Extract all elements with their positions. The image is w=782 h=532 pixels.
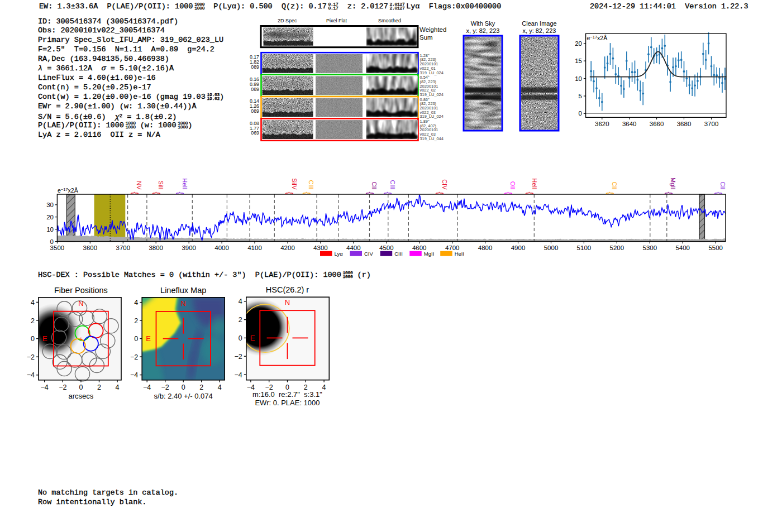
svg-text:{: { xyxy=(504,191,513,194)
svg-text:−2: −2 xyxy=(235,353,242,361)
svg-text:{: { xyxy=(665,191,674,194)
svg-text:HSC(26.2) r: HSC(26.2) r xyxy=(266,285,309,294)
svg-text:−4: −4 xyxy=(41,384,49,391)
svg-text:3900: 3900 xyxy=(182,245,196,251)
svg-text:3700: 3700 xyxy=(704,121,719,127)
svg-text:4: 4 xyxy=(134,299,138,306)
svg-text:{: { xyxy=(366,191,375,194)
svg-text:4400: 4400 xyxy=(346,245,361,251)
svg-text:20: 20 xyxy=(46,214,54,221)
svg-text:5300: 5300 xyxy=(643,245,657,251)
svg-text:4: 4 xyxy=(31,299,35,306)
svg-text:NV: NV xyxy=(136,181,142,190)
svg-text:3660: 3660 xyxy=(650,121,664,127)
svg-text:2: 2 xyxy=(134,317,138,325)
svg-text:HeII: HeII xyxy=(182,178,188,189)
svg-text:{: { xyxy=(714,191,723,194)
svg-text:−2: −2 xyxy=(27,353,35,361)
svg-text:−2: −2 xyxy=(130,353,138,361)
svg-text:{: { xyxy=(176,191,185,194)
svg-text:SiIV: SiIV xyxy=(291,178,298,190)
svg-text:4500: 4500 xyxy=(379,245,394,251)
svg-text:4: 4 xyxy=(322,384,326,391)
svg-text:10: 10 xyxy=(46,226,54,233)
svg-text:CII: CII xyxy=(719,181,726,189)
svg-text:HeII: HeII xyxy=(455,251,464,257)
svg-text:Lineflux Map: Lineflux Map xyxy=(160,286,206,295)
svg-text:SiII: SiII xyxy=(158,181,164,190)
svg-text:{: { xyxy=(606,191,615,194)
svg-text:CIV: CIV xyxy=(441,179,448,190)
svg-text:2: 2 xyxy=(97,384,101,391)
svg-text:2: 2 xyxy=(199,384,203,391)
svg-text:0: 0 xyxy=(579,110,582,117)
svg-text:3600: 3600 xyxy=(83,245,98,251)
svg-text:4: 4 xyxy=(218,384,222,391)
svg-text:3700: 3700 xyxy=(116,245,131,251)
svg-text:0: 0 xyxy=(50,238,54,245)
svg-text:0: 0 xyxy=(239,334,242,342)
svg-text:4000: 4000 xyxy=(214,245,229,251)
svg-text:{: { xyxy=(436,191,445,194)
svg-text:4200: 4200 xyxy=(280,245,295,251)
svg-text:30: 30 xyxy=(46,202,54,208)
svg-text:{: { xyxy=(384,191,393,194)
svg-text:m:16.0 re:2.7" s:3.1": m:16.0 re:2.7" s:3.1" xyxy=(252,390,322,399)
svg-text:{: { xyxy=(152,191,161,194)
svg-text:MgII: MgII xyxy=(670,178,676,189)
svg-text:5000: 5000 xyxy=(544,245,559,251)
svg-text:−4: −4 xyxy=(143,384,151,391)
svg-text:N: N xyxy=(181,299,186,308)
svg-text:CIV: CIV xyxy=(364,251,374,257)
svg-text:3500: 3500 xyxy=(50,245,65,251)
svg-text:e−17x2Å: e−17x2Å xyxy=(587,35,608,42)
svg-text:−2: −2 xyxy=(59,384,66,391)
svg-text:4: 4 xyxy=(239,298,242,305)
svg-text:0: 0 xyxy=(134,335,138,343)
svg-text:4900: 4900 xyxy=(511,245,526,251)
svg-text:3620: 3620 xyxy=(595,121,609,127)
svg-text:CII: CII xyxy=(611,181,618,189)
svg-text:3680: 3680 xyxy=(677,121,692,127)
svg-text:N: N xyxy=(285,298,290,306)
svg-text:10: 10 xyxy=(575,75,582,82)
svg-text:4100: 4100 xyxy=(247,245,262,251)
svg-text:E: E xyxy=(42,334,47,343)
svg-text:5500: 5500 xyxy=(708,245,723,251)
svg-text:OII: OII xyxy=(509,181,516,190)
svg-text:−4: −4 xyxy=(130,371,138,379)
svg-text:N: N xyxy=(78,299,83,308)
svg-text:−4: −4 xyxy=(27,371,35,379)
svg-text:15: 15 xyxy=(575,57,582,64)
svg-text:CIII: CIII xyxy=(308,180,314,189)
svg-text:s/b: 2.40 +/- 0.074: s/b: 2.40 +/- 0.074 xyxy=(154,392,213,400)
svg-text:+: + xyxy=(79,336,83,342)
svg-text:4700: 4700 xyxy=(445,245,460,251)
svg-text:CII: CII xyxy=(371,181,378,189)
svg-text:20: 20 xyxy=(575,40,582,47)
svg-text:4600: 4600 xyxy=(412,245,427,251)
svg-text:CIII: CIII xyxy=(394,251,403,257)
svg-text:{: { xyxy=(526,191,535,194)
svg-text:4: 4 xyxy=(116,384,120,391)
svg-text:3640: 3640 xyxy=(622,121,637,127)
svg-text:Lyα: Lyα xyxy=(335,251,344,257)
svg-text:4300: 4300 xyxy=(313,245,328,251)
svg-text:0: 0 xyxy=(31,335,35,343)
svg-text:{: { xyxy=(303,191,312,194)
svg-text:MgII: MgII xyxy=(424,251,434,257)
svg-text:EWr: 0. PLAE: 1000: EWr: 0. PLAE: 1000 xyxy=(255,399,320,407)
svg-text:4800: 4800 xyxy=(478,245,493,251)
svg-text:−2: −2 xyxy=(161,384,169,391)
svg-text:E: E xyxy=(146,334,151,343)
svg-text:2: 2 xyxy=(31,317,35,325)
svg-text:arcsecs: arcsecs xyxy=(69,392,94,400)
svg-text:CIII: CIII xyxy=(389,180,396,189)
svg-text:Fiber Positions: Fiber Positions xyxy=(54,286,108,295)
svg-text:{: { xyxy=(285,191,294,194)
svg-text:−4: −4 xyxy=(235,371,242,379)
svg-text:5100: 5100 xyxy=(577,245,592,251)
svg-text:HeII: HeII xyxy=(531,178,538,189)
svg-text:5400: 5400 xyxy=(675,245,690,251)
svg-text:e−17x2Å: e−17x2Å xyxy=(58,187,78,194)
